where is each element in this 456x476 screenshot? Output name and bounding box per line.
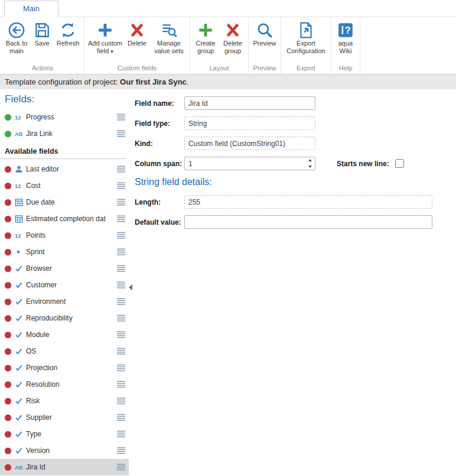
preview-button[interactable]: Preview	[250, 18, 279, 63]
ribbon-group-label: Export	[283, 63, 329, 74]
drag-handle-icon[interactable]	[117, 232, 125, 239]
ribbon-group-custom-fields: Add custom field ▾ Delete Manage value s…	[84, 17, 190, 74]
field-item[interactable]: Sprint	[0, 244, 129, 260]
check-icon	[15, 264, 26, 273]
drag-handle-icon[interactable]	[117, 447, 125, 454]
field-name-input[interactable]	[184, 96, 315, 110]
export-configuration-button[interactable]: Export Configuration	[283, 18, 329, 63]
delete-button[interactable]: Delete	[124, 18, 150, 63]
drag-handle-icon[interactable]	[117, 182, 125, 189]
kind-label: Kind:	[135, 140, 184, 148]
create-group-button[interactable]: Create group	[192, 18, 219, 63]
drag-handle-icon[interactable]	[117, 315, 125, 322]
field-item[interactable]: 12 Cost	[0, 177, 129, 194]
field-item[interactable]: Supplier	[0, 409, 129, 426]
field-item-label: Supplier	[26, 413, 115, 422]
starts-new-line-checkbox[interactable]	[395, 159, 404, 168]
status-dot	[5, 332, 11, 338]
length-input[interactable]	[184, 195, 432, 209]
field-item-label: Browser	[26, 264, 115, 273]
spin-down-button[interactable]	[308, 166, 312, 168]
drag-handle-icon[interactable]	[117, 166, 125, 173]
field-item[interactable]: Resolution	[0, 376, 129, 393]
drag-handle-icon[interactable]	[117, 414, 125, 421]
ribbon-group-help: ? aqua Wiki Help	[331, 17, 360, 74]
field-item[interactable]: Customer	[0, 277, 129, 293]
check-icon	[15, 347, 26, 355]
field-type-input[interactable]	[184, 116, 315, 130]
field-item[interactable]: Environment	[0, 293, 129, 310]
aqua-wiki-button[interactable]: ? aqua Wiki	[333, 18, 358, 63]
drag-handle-icon[interactable]	[117, 265, 125, 272]
drag-handle-icon[interactable]	[117, 464, 125, 471]
check-icon	[15, 380, 26, 388]
field-item[interactable]: Type	[0, 426, 129, 442]
template-configuration-header: Template configuration of project: Our f…	[0, 75, 456, 89]
header-suffix: .	[187, 77, 189, 86]
field-item[interactable]: AB Jira Id	[0, 459, 129, 475]
field-item-label: Estimated completion dat	[26, 215, 115, 223]
length-label: Length:	[135, 198, 184, 206]
save-button[interactable]: Save	[30, 18, 54, 63]
number-icon: 12	[15, 114, 26, 121]
drag-handle-icon[interactable]	[117, 331, 125, 338]
field-item[interactable]: Version	[0, 442, 129, 459]
column-span-spinner	[184, 157, 315, 170]
status-dot	[5, 464, 11, 471]
drag-handle-icon[interactable]	[117, 130, 125, 137]
text-icon: AB	[15, 464, 26, 471]
field-item-label: Last editor	[26, 165, 115, 173]
drag-handle-icon[interactable]	[117, 397, 125, 404]
drag-handle-icon[interactable]	[117, 215, 125, 222]
drag-handle-icon[interactable]	[117, 281, 125, 289]
field-item[interactable]: 12 Progress	[0, 109, 129, 125]
add-custom-field-button[interactable]: Add custom field ▾	[86, 18, 124, 63]
wiki-question-icon: ?	[337, 20, 354, 40]
field-item[interactable]: Due date	[0, 194, 129, 211]
column-span-input[interactable]	[184, 157, 315, 170]
field-item[interactable]: AB Jira Link	[0, 125, 129, 142]
field-item[interactable]: Projection	[0, 360, 129, 376]
spin-up-button[interactable]	[308, 159, 312, 161]
manage-value-sets-button[interactable]: Manage value sets	[150, 18, 188, 63]
refresh-button[interactable]: Refresh	[54, 18, 82, 63]
field-item[interactable]: Estimated completion dat	[0, 211, 129, 227]
field-item[interactable]: Browser	[0, 260, 129, 277]
drag-handle-icon[interactable]	[117, 114, 125, 121]
ribbon-group-export: Export Configuration Export	[281, 17, 331, 74]
tab-main[interactable]: Main	[4, 1, 58, 17]
status-dot	[5, 166, 11, 173]
field-item-label: Projection	[26, 364, 115, 372]
drag-handle-icon[interactable]	[117, 348, 125, 355]
status-dot	[5, 216, 11, 222]
check-icon	[15, 314, 26, 322]
field-item-label: Jira Id	[26, 463, 115, 471]
delete-group-button[interactable]: Delete group	[219, 18, 246, 63]
sidebar-collapse-handle[interactable]	[129, 284, 132, 290]
kind-input[interactable]	[184, 137, 315, 150]
default-value-input[interactable]	[184, 215, 432, 229]
field-type-label: Field type:	[135, 119, 184, 128]
drag-handle-icon[interactable]	[117, 381, 125, 388]
drag-handle-icon[interactable]	[117, 364, 125, 371]
status-dot	[5, 315, 11, 322]
calendar-icon	[15, 198, 26, 206]
back-to-main-button[interactable]: Back to main	[3, 18, 30, 63]
tab-strip: Main	[0, 0, 456, 17]
refresh-icon	[59, 20, 77, 40]
field-item[interactable]: Reproducibility	[0, 310, 129, 326]
status-dot	[5, 348, 11, 355]
drag-handle-icon[interactable]	[117, 430, 125, 438]
ribbon-group-label: Layout	[192, 63, 246, 74]
field-item-label: Cost	[26, 182, 115, 190]
field-item[interactable]: Module	[0, 326, 129, 343]
fields-title: Fields:	[0, 92, 129, 109]
field-item[interactable]: 12 Points	[0, 227, 129, 244]
field-item[interactable]: OS	[0, 343, 129, 360]
drag-handle-icon[interactable]	[117, 248, 125, 255]
plus-icon	[96, 20, 114, 40]
field-item[interactable]: Risk	[0, 393, 129, 409]
field-item[interactable]: Last editor	[0, 161, 129, 177]
drag-handle-icon[interactable]	[117, 298, 125, 305]
drag-handle-icon[interactable]	[117, 199, 125, 206]
